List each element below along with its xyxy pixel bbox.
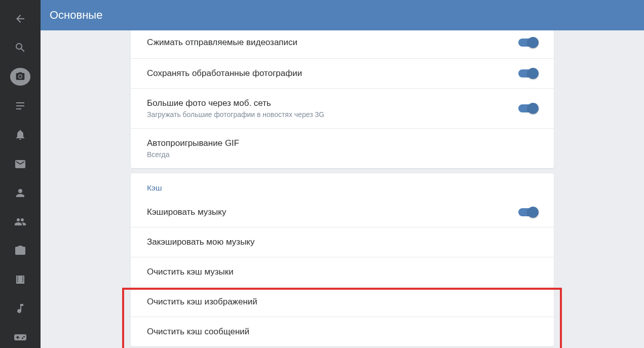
- setting-title: Сохранять обработанные фотографии: [147, 68, 518, 79]
- settings-group-media: Сжимать отправляемые видеозаписи Сохраня…: [131, 30, 554, 168]
- toggle-compress-video[interactable]: [518, 38, 538, 47]
- header: Основные: [41, 0, 644, 30]
- setting-title: Очистить кэш изображений: [147, 296, 538, 307]
- setting-row-cache-music[interactable]: Кэшировать музыку: [131, 198, 554, 227]
- main: Основные Сжимать отправляемые видеозапис…: [41, 0, 644, 348]
- news-icon[interactable]: [8, 96, 32, 117]
- setting-row-big-photos-mobile[interactable]: Большие фото через моб. сеть Загружать б…: [131, 89, 554, 129]
- setting-subtitle: Всегда: [147, 150, 538, 159]
- toggle-big-photos[interactable]: [518, 104, 538, 112]
- music-icon[interactable]: [8, 298, 32, 319]
- setting-row-save-photos[interactable]: Сохранять обработанные фотографии: [131, 59, 554, 89]
- profile-icon[interactable]: [8, 182, 32, 203]
- page-title: Основные: [50, 9, 102, 22]
- setting-row-gif-autoplay[interactable]: Автопроигрывание GIF Всегда: [131, 129, 554, 168]
- photos-icon[interactable]: [8, 240, 32, 261]
- mail-icon[interactable]: [8, 153, 32, 174]
- setting-row-clear-message-cache[interactable]: Очистить кэш сообщений: [131, 317, 554, 346]
- sidebar: [0, 0, 41, 348]
- videos-icon[interactable]: [8, 269, 32, 290]
- setting-row-clear-music-cache[interactable]: Очистить кэш музыки: [131, 257, 554, 287]
- setting-title: Очистить кэш музыки: [147, 266, 538, 278]
- toggle-cache-music[interactable]: [518, 208, 538, 216]
- section-header-cache: Кэш: [131, 173, 554, 198]
- groups-icon[interactable]: [8, 211, 32, 232]
- back-icon[interactable]: [8, 8, 32, 29]
- toggle-save-photos[interactable]: [518, 69, 538, 78]
- setting-title: Закэшировать мою музыку: [147, 237, 538, 248]
- avatar-camera-icon[interactable]: [10, 68, 30, 85]
- setting-title: Очистить кэш сообщений: [147, 326, 538, 337]
- notifications-icon[interactable]: [8, 125, 32, 145]
- setting-title: Сжимать отправляемые видеозаписи: [147, 37, 518, 48]
- settings-group-cache: Кэш Кэшировать музыку Закэшировать мою м…: [131, 173, 554, 346]
- search-icon[interactable]: [8, 37, 32, 58]
- setting-title: Кэшировать музыку: [147, 207, 518, 218]
- setting-subtitle: Загружать большие фотографии в новостях …: [147, 110, 518, 119]
- setting-row-cache-my-music[interactable]: Закэшировать мою музыку: [131, 227, 554, 257]
- setting-row-compress-video[interactable]: Сжимать отправляемые видеозаписи: [131, 30, 554, 59]
- content: Сжимать отправляемые видеозаписи Сохраня…: [41, 30, 644, 348]
- setting-row-clear-image-cache[interactable]: Очистить кэш изображений: [131, 287, 554, 317]
- setting-title: Большие фото через моб. сеть: [147, 98, 518, 109]
- setting-title: Автопроигрывание GIF: [147, 138, 538, 149]
- games-icon[interactable]: [8, 327, 32, 348]
